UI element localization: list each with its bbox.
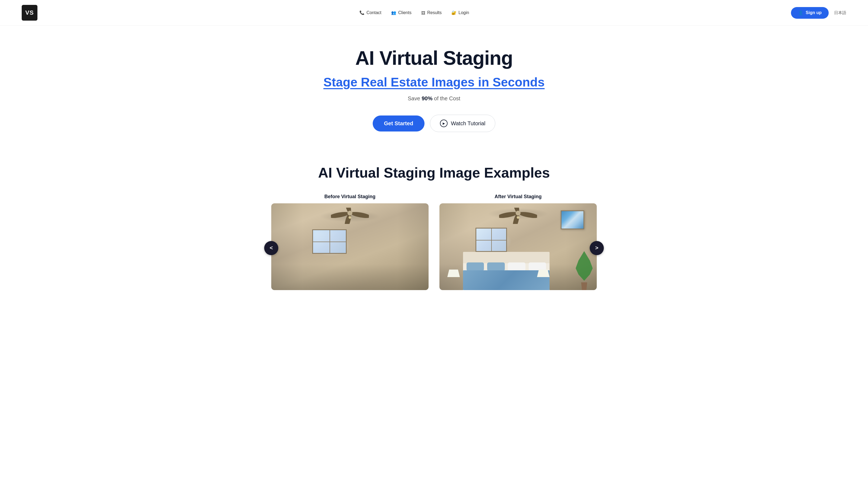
nav-results[interactable]: 🖼 Results — [421, 10, 442, 15]
before-image — [271, 203, 429, 290]
after-side: After Virtual Staging — [439, 194, 597, 290]
comparison-container: < Before Virtual Staging — [271, 194, 597, 290]
examples-section: AI Virtual Staging Image Examples < Befo… — [0, 148, 868, 290]
watch-tutorial-button[interactable]: ▶ Watch Tutorial — [430, 115, 495, 132]
phone-icon: 📞 — [360, 10, 365, 15]
nav-clients[interactable]: 👥 Clients — [391, 10, 411, 15]
hero-buttons: Get Started ▶ Watch Tutorial — [5, 115, 863, 132]
bed-pillows — [467, 262, 546, 271]
signup-icon: 👤 — [798, 10, 803, 15]
after-image-wrapper — [439, 203, 597, 290]
bed-frame — [463, 252, 550, 290]
after-image — [439, 203, 597, 290]
ceiling-fan-before — [331, 208, 369, 224]
nav-login[interactable]: 🔐 Login — [452, 10, 469, 15]
examples-title: AI Virtual Staging Image Examples — [11, 165, 857, 181]
next-arrow[interactable]: > — [590, 241, 604, 255]
ceiling-fan-after — [499, 208, 537, 224]
svg-point-6 — [347, 210, 352, 216]
svg-point-7 — [348, 216, 351, 219]
nav-links: 📞 Contact 👥 Clients 🖼 Results 🔐 Login — [360, 10, 469, 15]
login-icon: 🔐 — [452, 10, 457, 15]
plant-pot — [581, 282, 588, 290]
before-image-wrapper — [271, 203, 429, 290]
get-started-button[interactable]: Get Started — [373, 116, 425, 131]
users-icon: 👥 — [391, 10, 396, 15]
plant — [575, 251, 594, 290]
bed — [463, 245, 550, 290]
svg-point-14 — [516, 210, 521, 216]
svg-point-11 — [518, 211, 537, 219]
language-selector[interactable]: 日本語 — [834, 10, 846, 15]
before-side: Before Virtual Staging — [271, 194, 429, 290]
plant-leaves — [575, 251, 594, 282]
prev-arrow[interactable]: < — [264, 241, 278, 255]
after-label: After Virtual Staging — [439, 194, 597, 199]
hero-tagline: Save 90% of the Cost — [5, 95, 863, 102]
svg-point-15 — [517, 216, 520, 219]
lamp-left — [447, 269, 460, 277]
bed-headboard — [463, 252, 550, 263]
bed-blanket — [463, 270, 550, 290]
hero-subtitle: Stage Real Estate Images in Seconds — [5, 75, 863, 90]
logo[interactable]: VS — [22, 5, 37, 21]
lamp-right — [537, 269, 550, 277]
hero-title: AI Virtual Staging — [5, 47, 863, 69]
wall-painting — [561, 210, 584, 229]
nav-actions: 👤 Sign up 日本語 — [791, 7, 846, 19]
nav-contact[interactable]: 📞 Contact — [360, 10, 381, 15]
svg-point-3 — [350, 211, 369, 219]
pillow-3 — [508, 262, 525, 271]
pillow-1 — [467, 262, 484, 271]
before-label: Before Virtual Staging — [271, 194, 429, 199]
pillow-2 — [487, 262, 505, 271]
signup-button[interactable]: 👤 Sign up — [791, 7, 829, 19]
lamp-shade-left — [447, 269, 460, 277]
window-before — [312, 229, 347, 254]
play-icon: ▶ — [440, 120, 447, 127]
image-icon: 🖼 — [421, 10, 425, 15]
navbar: VS 📞 Contact 👥 Clients 🖼 Results 🔐 Login… — [0, 0, 868, 26]
lamp-shade-right — [537, 269, 550, 277]
hero-section: AI Virtual Staging Stage Real Estate Ima… — [0, 26, 868, 148]
